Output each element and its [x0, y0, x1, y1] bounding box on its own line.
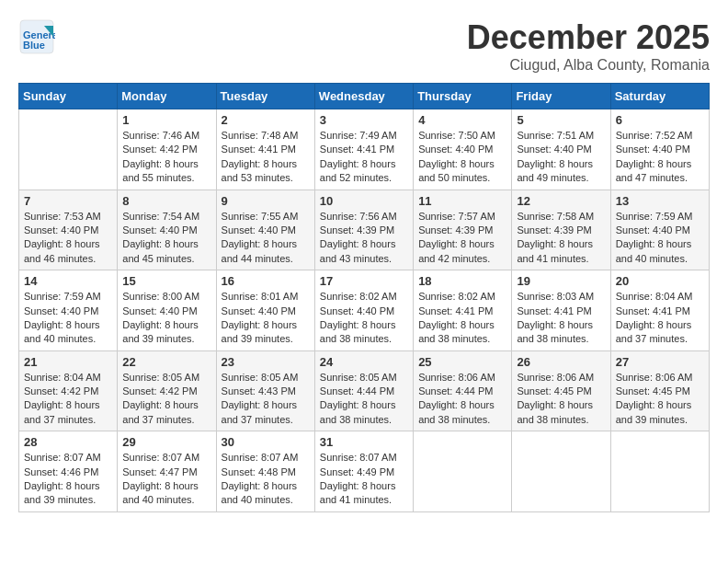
calendar-cell: 17Sunrise: 8:02 AM Sunset: 4:40 PM Dayli…: [314, 270, 413, 351]
day-info: Sunrise: 7:56 AM Sunset: 4:39 PM Dayligh…: [320, 210, 408, 267]
day-info: Sunrise: 8:00 AM Sunset: 4:40 PM Dayligh…: [122, 290, 210, 347]
weekday-header-wednesday: Wednesday: [314, 84, 413, 109]
calendar-cell: 10Sunrise: 7:56 AM Sunset: 4:39 PM Dayli…: [314, 190, 413, 270]
calendar-cell: 20Sunrise: 8:04 AM Sunset: 4:41 PM Dayli…: [610, 270, 709, 351]
calendar-cell: 8Sunrise: 7:54 AM Sunset: 4:40 PM Daylig…: [118, 190, 216, 270]
day-number: 25: [418, 355, 506, 369]
day-info: Sunrise: 7:58 AM Sunset: 4:39 PM Dayligh…: [517, 210, 605, 267]
day-number: 16: [222, 274, 310, 288]
calendar-cell: 15Sunrise: 8:00 AM Sunset: 4:40 PM Dayli…: [118, 270, 216, 351]
calendar-cell: 26Sunrise: 8:06 AM Sunset: 4:45 PM Dayli…: [512, 350, 610, 431]
svg-text:Blue: Blue: [23, 40, 45, 51]
day-info: Sunrise: 8:04 AM Sunset: 4:42 PM Dayligh…: [24, 371, 112, 428]
day-info: Sunrise: 7:53 AM Sunset: 4:40 PM Dayligh…: [24, 210, 112, 267]
calendar-cell: 16Sunrise: 8:01 AM Sunset: 4:40 PM Dayli…: [216, 270, 314, 351]
day-info: Sunrise: 8:07 AM Sunset: 4:46 PM Dayligh…: [24, 451, 112, 508]
calendar-cell: 19Sunrise: 8:03 AM Sunset: 4:41 PM Dayli…: [512, 270, 610, 351]
day-number: 15: [122, 274, 210, 288]
day-number: 30: [222, 435, 310, 449]
month-title: December 2025: [467, 18, 710, 57]
calendar-cell: 18Sunrise: 8:02 AM Sunset: 4:41 PM Dayli…: [414, 270, 512, 351]
calendar-cell: 5Sunrise: 7:51 AM Sunset: 4:40 PM Daylig…: [512, 109, 610, 190]
calendar-cell: [414, 431, 512, 512]
calendar-week-4: 21Sunrise: 8:04 AM Sunset: 4:42 PM Dayli…: [19, 350, 710, 431]
weekday-header-tuesday: Tuesday: [216, 84, 314, 109]
calendar-week-2: 7Sunrise: 7:53 AM Sunset: 4:40 PM Daylig…: [19, 190, 710, 270]
day-number: 22: [122, 355, 210, 369]
day-number: 4: [418, 113, 506, 127]
calendar-cell: [19, 109, 118, 190]
calendar-cell: 22Sunrise: 8:05 AM Sunset: 4:42 PM Dayli…: [118, 350, 216, 431]
calendar-cell: 30Sunrise: 8:07 AM Sunset: 4:48 PM Dayli…: [216, 431, 314, 512]
day-info: Sunrise: 7:54 AM Sunset: 4:40 PM Dayligh…: [122, 210, 210, 267]
day-number: 23: [222, 355, 310, 369]
day-number: 11: [418, 194, 506, 208]
calendar-cell: 25Sunrise: 8:06 AM Sunset: 4:44 PM Dayli…: [414, 350, 512, 431]
calendar-cell: 29Sunrise: 8:07 AM Sunset: 4:47 PM Dayli…: [118, 431, 216, 512]
logo: General Blue: [18, 18, 55, 55]
calendar-week-1: 1Sunrise: 7:46 AM Sunset: 4:42 PM Daylig…: [19, 109, 710, 190]
calendar-cell: [512, 431, 610, 512]
day-info: Sunrise: 7:52 AM Sunset: 4:40 PM Dayligh…: [616, 129, 704, 186]
day-number: 5: [517, 113, 605, 127]
page-header: General Blue December 2025 Ciugud, Alba …: [18, 18, 710, 74]
calendar-cell: 4Sunrise: 7:50 AM Sunset: 4:40 PM Daylig…: [414, 109, 512, 190]
calendar-cell: 3Sunrise: 7:49 AM Sunset: 4:41 PM Daylig…: [314, 109, 413, 190]
day-info: Sunrise: 8:02 AM Sunset: 4:40 PM Dayligh…: [320, 290, 408, 347]
day-info: Sunrise: 8:02 AM Sunset: 4:41 PM Dayligh…: [418, 290, 506, 347]
calendar-cell: 28Sunrise: 8:07 AM Sunset: 4:46 PM Dayli…: [19, 431, 118, 512]
day-number: 29: [122, 435, 210, 449]
weekday-header-thursday: Thursday: [414, 84, 512, 109]
day-info: Sunrise: 8:06 AM Sunset: 4:44 PM Dayligh…: [418, 371, 506, 428]
day-number: 19: [517, 274, 605, 288]
day-info: Sunrise: 7:49 AM Sunset: 4:41 PM Dayligh…: [320, 129, 408, 186]
day-info: Sunrise: 8:06 AM Sunset: 4:45 PM Dayligh…: [616, 371, 704, 428]
day-info: Sunrise: 7:51 AM Sunset: 4:40 PM Dayligh…: [517, 129, 605, 186]
weekday-header-sunday: Sunday: [19, 84, 118, 109]
calendar-cell: 11Sunrise: 7:57 AM Sunset: 4:39 PM Dayli…: [414, 190, 512, 270]
day-number: 27: [616, 355, 704, 369]
weekday-header-friday: Friday: [512, 84, 610, 109]
calendar-cell: 21Sunrise: 8:04 AM Sunset: 4:42 PM Dayli…: [19, 350, 118, 431]
day-info: Sunrise: 8:05 AM Sunset: 4:43 PM Dayligh…: [222, 371, 310, 428]
day-number: 21: [24, 355, 112, 369]
location-title: Ciugud, Alba County, Romania: [467, 57, 710, 74]
day-number: 9: [222, 194, 310, 208]
day-info: Sunrise: 7:59 AM Sunset: 4:40 PM Dayligh…: [24, 290, 112, 347]
day-number: 10: [320, 194, 408, 208]
calendar-cell: 23Sunrise: 8:05 AM Sunset: 4:43 PM Dayli…: [216, 350, 314, 431]
day-info: Sunrise: 7:59 AM Sunset: 4:40 PM Dayligh…: [616, 210, 704, 267]
day-number: 20: [616, 274, 704, 288]
day-number: 14: [24, 274, 112, 288]
day-info: Sunrise: 8:01 AM Sunset: 4:40 PM Dayligh…: [222, 290, 310, 347]
calendar-cell: 14Sunrise: 7:59 AM Sunset: 4:40 PM Dayli…: [19, 270, 118, 351]
title-block: December 2025 Ciugud, Alba County, Roman…: [467, 18, 710, 74]
day-number: 7: [24, 194, 112, 208]
calendar-cell: 13Sunrise: 7:59 AM Sunset: 4:40 PM Dayli…: [610, 190, 709, 270]
calendar-cell: 27Sunrise: 8:06 AM Sunset: 4:45 PM Dayli…: [610, 350, 709, 431]
calendar-cell: 9Sunrise: 7:55 AM Sunset: 4:40 PM Daylig…: [216, 190, 314, 270]
calendar-week-3: 14Sunrise: 7:59 AM Sunset: 4:40 PM Dayli…: [19, 270, 710, 351]
day-info: Sunrise: 7:48 AM Sunset: 4:41 PM Dayligh…: [222, 129, 310, 186]
weekday-header-monday: Monday: [118, 84, 216, 109]
calendar-cell: 2Sunrise: 7:48 AM Sunset: 4:41 PM Daylig…: [216, 109, 314, 190]
day-info: Sunrise: 8:07 AM Sunset: 4:47 PM Dayligh…: [122, 451, 210, 508]
day-number: 31: [320, 435, 408, 449]
calendar-cell: 12Sunrise: 7:58 AM Sunset: 4:39 PM Dayli…: [512, 190, 610, 270]
day-info: Sunrise: 7:57 AM Sunset: 4:39 PM Dayligh…: [418, 210, 506, 267]
day-number: 3: [320, 113, 408, 127]
day-info: Sunrise: 8:03 AM Sunset: 4:41 PM Dayligh…: [517, 290, 605, 347]
day-number: 24: [320, 355, 408, 369]
day-info: Sunrise: 8:05 AM Sunset: 4:42 PM Dayligh…: [122, 371, 210, 428]
day-info: Sunrise: 7:50 AM Sunset: 4:40 PM Dayligh…: [418, 129, 506, 186]
day-number: 12: [517, 194, 605, 208]
day-number: 8: [122, 194, 210, 208]
calendar-cell: [610, 431, 709, 512]
weekday-header-row: SundayMondayTuesdayWednesdayThursdayFrid…: [19, 84, 710, 109]
day-number: 18: [418, 274, 506, 288]
calendar-cell: 7Sunrise: 7:53 AM Sunset: 4:40 PM Daylig…: [19, 190, 118, 270]
logo-icon: General Blue: [18, 18, 55, 55]
day-info: Sunrise: 8:07 AM Sunset: 4:48 PM Dayligh…: [222, 451, 310, 508]
day-number: 13: [616, 194, 704, 208]
calendar-cell: 1Sunrise: 7:46 AM Sunset: 4:42 PM Daylig…: [118, 109, 216, 190]
